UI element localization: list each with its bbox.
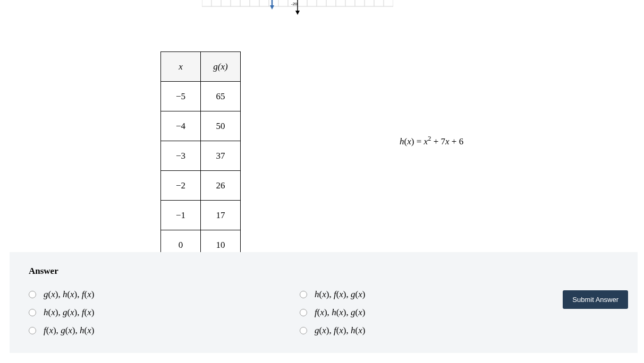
table-row: −117	[161, 201, 241, 230]
axis-label-neg20: -20	[291, 2, 298, 6]
table-row: −450	[161, 111, 241, 141]
radio-icon	[300, 291, 307, 298]
radio-icon	[29, 291, 36, 298]
answer-panel: Answer g(x), h(x), f(x) h(x), g(x), f(x)…	[10, 252, 638, 353]
option-1[interactable]: g(x), h(x), f(x)	[29, 289, 300, 300]
submit-answer-button[interactable]: Submit Answer	[563, 290, 628, 309]
cell-x: −1	[161, 201, 201, 230]
option-label: g(x), h(x), f(x)	[44, 289, 94, 300]
option-label: f(x), g(x), h(x)	[44, 325, 94, 336]
table-row: −565	[161, 82, 241, 111]
cell-g: 65	[201, 82, 241, 111]
option-3[interactable]: f(x), g(x), h(x)	[29, 325, 300, 336]
radio-icon	[29, 309, 36, 316]
option-label: h(x), g(x), f(x)	[44, 307, 94, 318]
cell-g: 50	[201, 111, 241, 141]
table-header-gx: g(x)	[201, 52, 241, 82]
table-header-x: x	[161, 52, 201, 82]
option-2[interactable]: h(x), g(x), f(x)	[29, 307, 300, 318]
table-row: −226	[161, 171, 241, 201]
cell-x: −2	[161, 171, 201, 201]
cell-g: 26	[201, 171, 241, 201]
h-formula: h(x) = x2 + 7x + 6	[400, 135, 463, 147]
option-label: g(x), f(x), h(x)	[315, 325, 365, 336]
radio-icon	[300, 327, 307, 334]
option-4[interactable]: h(x), f(x), g(x)	[300, 289, 571, 300]
option-6[interactable]: g(x), f(x), h(x)	[300, 325, 571, 336]
question-content: -20 x g(x) −565 −450 −337 −226 −117 010 …	[0, 0, 644, 252]
options-col-left: g(x), h(x), f(x) h(x), g(x), f(x) f(x), …	[29, 289, 300, 336]
option-label: h(x), f(x), g(x)	[315, 289, 365, 300]
cell-x: −4	[161, 111, 201, 141]
cell-g: 37	[201, 141, 241, 171]
option-5[interactable]: f(x), h(x), g(x)	[300, 307, 571, 318]
radio-icon	[29, 327, 36, 334]
svg-marker-22	[295, 11, 300, 15]
option-label: f(x), h(x), g(x)	[315, 307, 365, 318]
answer-heading: Answer	[29, 266, 618, 276]
table-row: −337	[161, 141, 241, 171]
radio-icon	[300, 309, 307, 316]
g-value-table: x g(x) −565 −450 −337 −226 −117 010	[160, 51, 241, 260]
cell-x: −5	[161, 82, 201, 111]
cell-x: −3	[161, 141, 201, 171]
options-wrap: g(x), h(x), f(x) h(x), g(x), f(x) f(x), …	[29, 289, 618, 336]
graph-fragment: -20	[202, 0, 393, 15]
options-col-right: h(x), f(x), g(x) f(x), h(x), g(x) g(x), …	[300, 289, 571, 336]
svg-marker-24	[270, 5, 274, 10]
cell-g: 17	[201, 201, 241, 230]
